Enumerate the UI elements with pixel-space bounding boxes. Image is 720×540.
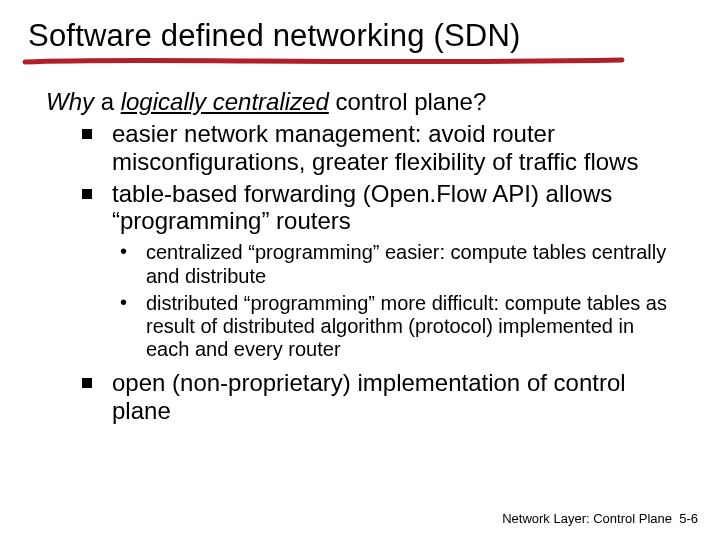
sub-bullet-item: distributed “programming” more difficult…	[120, 292, 672, 362]
slide-title: Software defined networking (SDN)	[28, 18, 692, 54]
bullet-item: table-based forwarding (Open.Flow API) a…	[82, 180, 672, 236]
footer-page: 5-6	[679, 511, 698, 526]
slide-footer: Network Layer: Control Plane 5-6	[502, 511, 698, 526]
bullet-list-level1: open (non-proprietary) implementation of…	[82, 369, 672, 425]
sub-bullet-item: centralized “programming” easier: comput…	[120, 241, 672, 287]
bullet-item: open (non-proprietary) implementation of…	[82, 369, 672, 425]
sub-bullet-text: distributed “programming” more difficult…	[146, 292, 667, 360]
slide: Software defined networking (SDN) Why a …	[0, 0, 720, 425]
sub-bullet-text: centralized “programming” easier: comput…	[146, 241, 666, 286]
intro-line: Why a logically centralized control plan…	[46, 88, 692, 116]
title-block: Software defined networking (SDN)	[28, 18, 692, 54]
bullet-text: easier network management: avoid router …	[112, 120, 638, 175]
bullet-text: open (non-proprietary) implementation of…	[112, 369, 626, 424]
underline-stroke	[22, 56, 632, 68]
bullet-list-level2: centralized “programming” easier: comput…	[120, 241, 672, 361]
footer-section: Network Layer: Control Plane	[502, 511, 672, 526]
intro-mid1: a	[94, 88, 121, 115]
intro-why: Why	[46, 88, 94, 115]
intro-logically-centralized: logically centralized	[121, 88, 329, 115]
intro-tail: control plane?	[329, 88, 486, 115]
bullet-item: easier network management: avoid router …	[82, 120, 672, 176]
bullet-text: table-based forwarding (Open.Flow API) a…	[112, 180, 612, 235]
bullet-list-level1: easier network management: avoid router …	[82, 120, 672, 235]
